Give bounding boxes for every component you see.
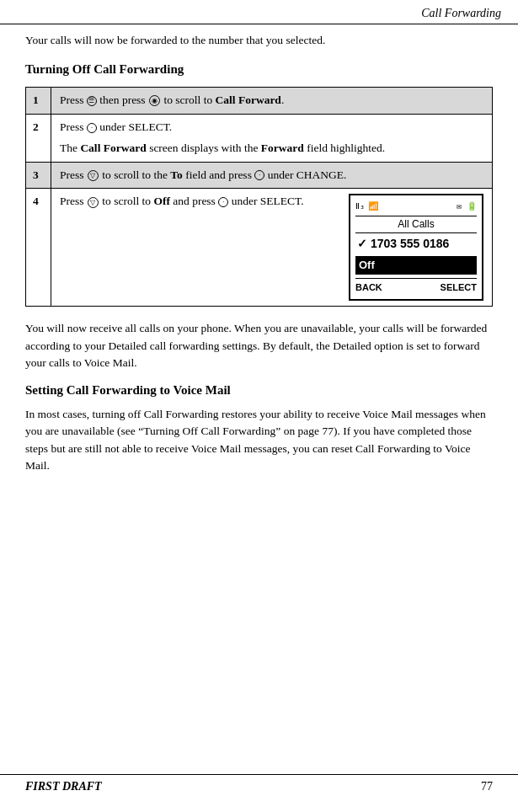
- steps-table: 1 Press ☰ then press ◉ to scroll to Call…: [25, 87, 493, 307]
- select-circle-icon: ·: [87, 123, 97, 133]
- step-number-1: 1: [26, 87, 51, 114]
- phone-selected-option: Off: [355, 256, 477, 275]
- phone-top-icons-right: ✉ 🔋: [457, 200, 477, 212]
- step-content-1: Press ☰ then press ◉ to scroll to Call F…: [51, 87, 493, 114]
- softkey-select: SELECT: [441, 281, 477, 294]
- checkmark-icon: ✓: [357, 237, 367, 250]
- nav-icon: ◉: [149, 95, 160, 106]
- post-table-text: You will now receive all calls on your p…: [25, 320, 493, 371]
- phone-screen: Ⅱ₃ 📶 ✉ 🔋 All Calls ✓ 1703 555 0186: [349, 194, 483, 301]
- nav-down-icon: ▽: [88, 170, 99, 181]
- table-row: 3 Press ▽ to scroll to the To field and …: [26, 162, 493, 189]
- step-number-3: 3: [26, 162, 51, 189]
- step-number-4: 4: [26, 189, 51, 307]
- step4-layout: Press ▽ to scroll to Off and press · und…: [60, 194, 483, 301]
- step-content-2: Press · under SELECT. The Call Forward s…: [51, 114, 493, 162]
- phone-number-value: 1703 555 0186: [371, 237, 449, 250]
- signal-icon: Ⅱ₃: [355, 200, 365, 212]
- select-btn-icon: ·: [218, 197, 228, 207]
- gp-icon: 📶: [368, 200, 378, 212]
- page-title: Call Forwarding: [421, 7, 501, 20]
- section2-text: In most cases, turning off Call Forwardi…: [25, 406, 493, 474]
- all-calls-label: All Calls: [355, 216, 477, 233]
- table-row: 4 Press ▽ to scroll to Off and press · u…: [26, 189, 493, 307]
- table-row: 1 Press ☰ then press ◉ to scroll to Call…: [26, 87, 493, 114]
- section2-heading: Setting Call Forwarding to Voice Mail: [25, 383, 493, 398]
- step-content-3: Press ▽ to scroll to the To field and pr…: [51, 162, 493, 189]
- step-number-2: 2: [26, 114, 51, 162]
- page-header: Call Forwarding: [0, 0, 518, 24]
- page-container: Call Forwarding Your calls will now be f…: [0, 0, 518, 812]
- phone-softkeys: BACK SELECT: [355, 278, 477, 294]
- phone-number: ✓ 1703 555 0186: [355, 235, 477, 254]
- menu-icon: ☰: [87, 96, 97, 106]
- nav-scroll-icon: ▽: [88, 197, 99, 208]
- intro-text: Your calls will now be forwarded to the …: [25, 33, 493, 49]
- step4-text: Press ▽ to scroll to Off and press · und…: [60, 194, 340, 210]
- table-row: 2 Press · under SELECT. The Call Forward…: [26, 114, 493, 162]
- footer-page-number: 77: [481, 780, 493, 793]
- softkey-back: BACK: [355, 281, 382, 294]
- step-content-4: Press ▽ to scroll to Off and press · und…: [51, 189, 493, 307]
- phone-screen-container: Ⅱ₃ 📶 ✉ 🔋 All Calls ✓ 1703 555 0186: [349, 194, 483, 301]
- change-circle-icon: ·: [254, 170, 264, 180]
- phone-status-icons: Ⅱ₃ 📶: [355, 200, 378, 212]
- phone-status-bar: Ⅱ₃ 📶 ✉ 🔋: [355, 200, 477, 212]
- footer-draft-label: FIRST DRAFT: [25, 780, 102, 793]
- content-area: Your calls will now be forwarded to the …: [0, 33, 518, 511]
- section1-heading: Turning Off Call Forwarding: [25, 62, 493, 77]
- page-footer: FIRST DRAFT 77: [0, 774, 518, 799]
